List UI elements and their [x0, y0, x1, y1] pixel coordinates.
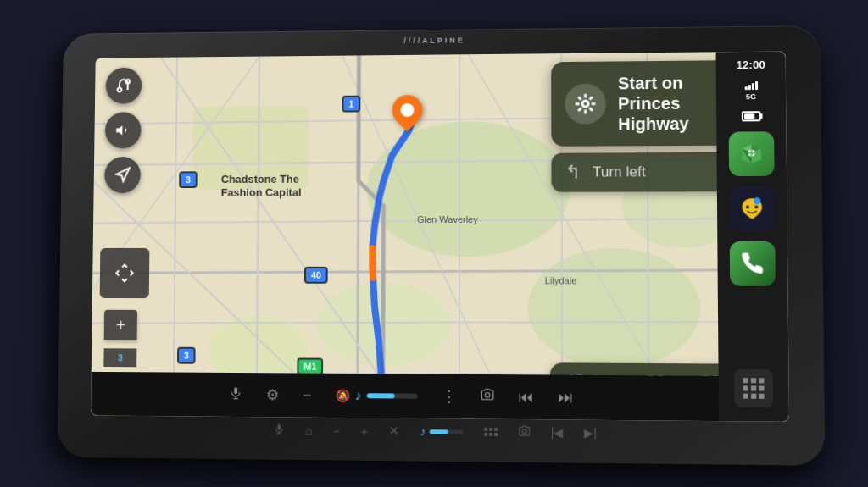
- minus-button[interactable]: −: [303, 386, 312, 404]
- physical-music-icon: ♪: [420, 424, 426, 438]
- chadstone-label: Chadstone The: [221, 172, 299, 185]
- mute-icon[interactable]: 🔕: [336, 388, 350, 401]
- svg-point-26: [118, 87, 122, 91]
- music-progress-fill: [366, 393, 394, 398]
- grid-dot: [751, 378, 756, 383]
- volume-button[interactable]: [105, 112, 142, 148]
- nav-instruction-line1: Start on: [618, 72, 689, 93]
- nav-instruction-line2: Princes: [618, 92, 689, 113]
- screen: Chadstone The Fashion Capital Glen Waver…: [91, 51, 789, 421]
- left-panel: + 3 −: [91, 57, 153, 415]
- road-badge-1: 1: [342, 95, 360, 112]
- physical-cam-button[interactable]: [518, 424, 530, 439]
- svg-marker-28: [116, 168, 129, 181]
- physical-plus-button[interactable]: +: [360, 423, 368, 437]
- physical-next-button[interactable]: ▶|: [584, 425, 597, 439]
- settings-button[interactable]: ⚙: [266, 385, 280, 404]
- grid-menu-button[interactable]: ⋮: [441, 386, 456, 405]
- next-track-button[interactable]: ⏭: [558, 388, 573, 406]
- grid-dot: [759, 393, 764, 398]
- road-badge-40: 40: [304, 266, 328, 283]
- status-time: 12:00: [737, 58, 765, 70]
- svg-rect-39: [234, 386, 237, 393]
- signal-bar-4: [754, 81, 757, 90]
- road-badge-m1: M1: [297, 357, 323, 374]
- svg-point-42: [485, 392, 489, 396]
- battery-tip: [760, 113, 762, 119]
- app-grid-button[interactable]: [734, 368, 773, 407]
- bottom-controls: ⚙ − 🔕 ♪ ⋮ ⏮ ⏭: [91, 371, 719, 420]
- glen-waverley-label: Glen Waverley: [417, 213, 478, 224]
- navigate-button[interactable]: [104, 156, 141, 192]
- zoom-level: 3: [103, 348, 136, 367]
- camera-button[interactable]: [481, 387, 494, 405]
- route-options-button[interactable]: [105, 67, 142, 103]
- right-status-bar: 12:00 5G: [716, 51, 789, 421]
- pan-button[interactable]: [100, 247, 150, 297]
- grid-dot: [743, 385, 748, 390]
- grid-dot: [759, 385, 764, 390]
- signal-bar-1: [744, 86, 747, 90]
- music-note-icon: ♪: [354, 388, 361, 403]
- grid-dot: [743, 393, 748, 398]
- network-status: 5G: [744, 81, 758, 101]
- physical-grid-button[interactable]: [484, 427, 498, 435]
- prev-track-button[interactable]: ⏮: [518, 387, 533, 405]
- physical-mute-button[interactable]: ✕: [388, 423, 399, 438]
- svg-point-46: [522, 429, 526, 433]
- signal-bar-2: [748, 85, 750, 90]
- physical-minus-button[interactable]: −: [333, 423, 341, 437]
- zoom-in-button[interactable]: +: [104, 309, 137, 340]
- brand-label: ////ALPINE: [403, 36, 465, 45]
- grid-dot: [743, 378, 748, 383]
- svg-point-29: [582, 101, 588, 107]
- physical-prev-button[interactable]: |◀: [551, 425, 564, 439]
- signal-bar-3: [751, 83, 754, 90]
- maps-app-icon[interactable]: [729, 131, 775, 176]
- physical-progress-bar: [429, 429, 463, 433]
- physical-progress-fill: [429, 429, 448, 433]
- nav-turn-instruction: Turn left: [593, 163, 646, 180]
- grid-dot: [751, 393, 756, 398]
- chadstone-label2: Fashion Capital: [221, 185, 302, 198]
- physical-mic-button[interactable]: [273, 422, 285, 436]
- nav-main-icon: [565, 83, 606, 124]
- network-type: 5G: [746, 92, 756, 101]
- grid-dot: [759, 378, 764, 383]
- road-badge-3a: 3: [179, 171, 198, 188]
- physical-home-button[interactable]: ⌂: [305, 423, 313, 437]
- nav-main-text: Start on Princes Highway: [618, 72, 689, 134]
- svg-rect-43: [277, 423, 281, 429]
- waze-app-icon[interactable]: [729, 185, 775, 230]
- nav-instruction-line3: Highway: [618, 113, 689, 134]
- mic-button[interactable]: [229, 385, 242, 403]
- device-frame: ////ALPINE: [58, 25, 826, 466]
- signal-bars: [744, 81, 757, 90]
- battery-fill: [744, 113, 754, 119]
- turn-left-icon: ↰: [565, 161, 581, 183]
- grid-dot: [751, 385, 756, 390]
- battery-icon: [742, 111, 761, 121]
- music-player: 🔕 ♪: [336, 387, 418, 403]
- device-wrapper: ////ALPINE: [27, 15, 841, 473]
- road-badge-3b: 3: [177, 346, 196, 363]
- destination-marker: [392, 95, 423, 125]
- lilydale-label: Lilydale: [545, 275, 577, 285]
- phone-app-icon[interactable]: [730, 241, 776, 285]
- music-progress-bar[interactable]: [366, 393, 417, 399]
- physical-music-control: ♪: [420, 424, 463, 439]
